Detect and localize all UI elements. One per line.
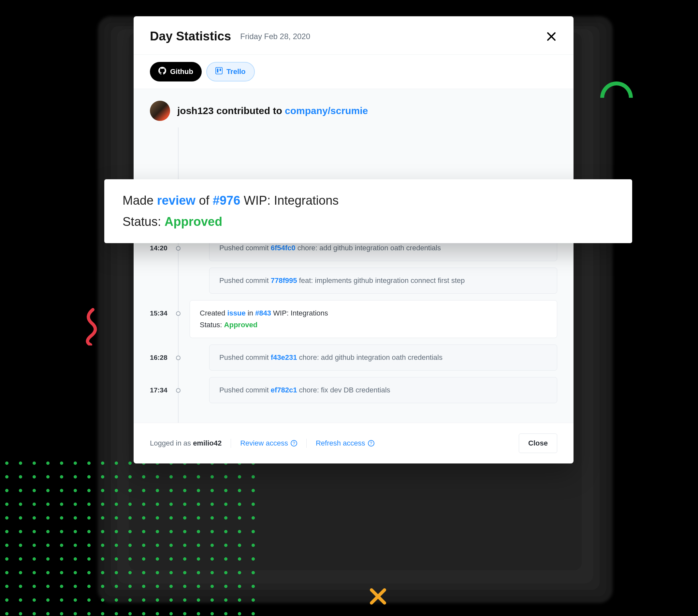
separator (231, 439, 231, 448)
modal-title: Day Statistics (150, 29, 231, 43)
commit-hash[interactable]: 778f995 (271, 276, 297, 284)
avatar (150, 101, 170, 121)
tab-trello[interactable]: Trello (206, 62, 255, 82)
source-tabs: Github Trello (134, 55, 573, 89)
contribution-header: josh123 contributed to company/scrumie (134, 89, 573, 127)
modal-header: Day Statistics Friday Feb 28, 2020 (134, 16, 573, 55)
help-icon: ? (291, 440, 297, 447)
issue-title: WIP: Integrations (271, 309, 328, 317)
popout-line-1: Made review of #976 WIP: Integrations (123, 194, 614, 208)
timeline-row: 15:34Created issue in #843 WIP: Integrat… (150, 300, 557, 338)
tab-github-label: Github (170, 68, 193, 76)
commit-message: feat: implements github integration conn… (297, 276, 465, 284)
popout-issue-link[interactable]: #976 (213, 194, 240, 207)
issue-number[interactable]: #843 (255, 309, 271, 317)
timeline-commit-card[interactable]: Pushed commit ef782c1 chore: fix dev DB … (209, 377, 557, 403)
timeline-time: 15:34 (150, 300, 173, 317)
timeline-dot (176, 246, 181, 251)
timeline-row: 17:34Pushed commit ef782c1 chore: fix de… (150, 377, 557, 403)
issue-action[interactable]: issue (227, 309, 246, 317)
timeline-time: 17:34 (150, 377, 173, 394)
timeline-time: 16:28 (150, 345, 173, 362)
timeline-dot (176, 311, 181, 316)
commit-hash[interactable]: 6f54fc0 (271, 244, 296, 252)
commit-hash[interactable]: f43e231 (271, 353, 297, 362)
commit-message: chore: fix dev DB credentials (297, 386, 390, 394)
timeline-commit-card[interactable]: Pushed commit 778f995 feat: implements g… (209, 268, 557, 294)
decorative-squiggle (82, 306, 101, 346)
contribution-repo[interactable]: company/scrumie (285, 105, 368, 116)
timeline-dot (176, 388, 181, 393)
close-icon[interactable] (545, 31, 557, 42)
timeline-row: 16:28Pushed commit f43e231 chore: add gi… (150, 345, 557, 370)
trello-icon (215, 67, 223, 76)
timeline: 14:20Pushed commit 6f54fc0 chore: add gi… (134, 127, 573, 423)
timeline-issue-card[interactable]: Created issue in #843 WIP: IntegrationsS… (190, 300, 557, 338)
decorative-x-icon (368, 587, 388, 606)
separator (306, 439, 307, 448)
commit-hash[interactable]: ef782c1 (271, 386, 297, 394)
activity-detail-popout: Made review of #976 WIP: Integrations St… (104, 179, 632, 243)
popout-issue-title: WIP: Integrations (244, 194, 338, 207)
logged-in-text: Logged in as emilio42 (150, 439, 222, 448)
commit-message: chore: add github integration oath crede… (297, 353, 442, 362)
commit-message: chore: add github integration oath crede… (296, 244, 441, 252)
popout-status-value: Approved (165, 215, 222, 228)
decorative-dots (0, 456, 261, 616)
svg-rect-1 (217, 69, 218, 73)
refresh-access-link[interactable]: Refresh access ? (316, 439, 374, 448)
tab-github[interactable]: Github (150, 62, 202, 82)
popout-action[interactable]: review (157, 194, 196, 207)
logged-in-username: emilio42 (193, 439, 222, 447)
close-button[interactable]: Close (519, 433, 557, 453)
timeline-dot (176, 355, 181, 360)
review-access-link[interactable]: Review access ? (240, 439, 297, 448)
issue-status: Approved (224, 321, 258, 329)
svg-rect-2 (220, 69, 221, 71)
contribution-verb: contributed to (217, 105, 282, 116)
contribution-text: josh123 contributed to company/scrumie (177, 105, 368, 116)
github-icon (158, 67, 166, 76)
svg-rect-0 (216, 68, 222, 74)
timeline-commit-card[interactable]: Pushed commit f43e231 chore: add github … (209, 345, 557, 370)
popout-line-2: Status: Approved (123, 215, 614, 229)
timeline-row: 14:20Pushed commit 6f54fc0 chore: add gi… (150, 235, 557, 294)
tab-trello-label: Trello (226, 68, 246, 76)
help-icon: ? (368, 440, 374, 447)
modal-footer: Logged in as emilio42 Review access ? Re… (134, 423, 573, 463)
modal-date: Friday Feb 28, 2020 (240, 32, 310, 41)
contribution-user: josh123 (177, 105, 214, 116)
